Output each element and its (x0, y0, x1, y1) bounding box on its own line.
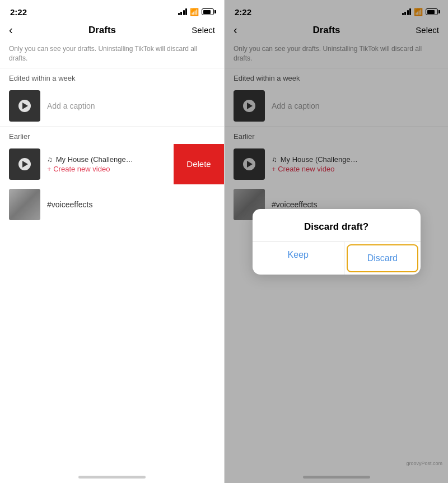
signal-icon-left (178, 8, 188, 15)
right-panel: 2:22 📶 ‹ Drafts Select Only you can see … (224, 0, 448, 483)
draft-item-1[interactable]: Add a caption (0, 86, 224, 126)
section-label-week-left: Edited within a week (0, 68, 224, 86)
draft-tag-left: #voiceeffects (47, 200, 215, 209)
draft-item-container-2: ♫ My House (Challenge Versi... + Create … (0, 144, 224, 184)
draft-thumbnail-3 (9, 189, 40, 220)
music-note-icon-left: ♫ (47, 155, 53, 164)
draft-item-container-3: #voiceeffects (0, 184, 224, 225)
draft-info-1: Add a caption (47, 101, 215, 110)
music-row-left: ♫ My House (Challenge Versi... (47, 155, 168, 164)
status-icons-left: 📶 (178, 8, 214, 16)
top-nav-left: ‹ Drafts Select (0, 21, 224, 41)
create-new-video-left[interactable]: + Create new video (47, 165, 168, 173)
left-panel: 2:22 📶 ‹ Drafts Select Only you can see … (0, 0, 224, 483)
home-indicator-left (78, 476, 146, 479)
discard-button[interactable]: Discard (347, 244, 418, 272)
section-label-earlier-left: Earlier (0, 127, 224, 144)
play-button-1 (18, 100, 31, 112)
discard-wrapper: Discard (344, 242, 421, 275)
discard-dialog: Discard draft? Keep Discard (253, 209, 421, 275)
dialog-buttons: Keep Discard (253, 242, 421, 275)
page-title-left: Drafts (88, 25, 116, 36)
status-time-left: 2:22 (10, 7, 27, 17)
keep-button[interactable]: Keep (253, 242, 345, 275)
dialog-overlay: Discard draft? Keep Discard (225, 0, 448, 483)
draft-thumbnail-1 (9, 90, 40, 122)
wifi-icon-left: 📶 (190, 8, 199, 16)
play-button-2 (18, 158, 31, 170)
draft-item-3[interactable]: #voiceeffects (0, 184, 224, 225)
delete-button-left[interactable]: Delete (174, 144, 224, 184)
draft-caption-1: Add a caption (47, 101, 215, 110)
info-text-left: Only you can see your drafts. Uninstalli… (0, 41, 224, 68)
draft-info-3: #voiceeffects (47, 200, 215, 209)
select-button-left[interactable]: Select (192, 25, 215, 35)
draft-info-2: ♫ My House (Challenge Versi... + Create … (47, 155, 168, 173)
draft-item-container-1: Add a caption (0, 86, 224, 126)
status-bar-left: 2:22 📶 (0, 0, 224, 21)
music-title-left: My House (Challenge Versi... (56, 155, 134, 164)
back-button-left[interactable]: ‹ (9, 24, 13, 36)
draft-thumbnail-2 (9, 148, 40, 180)
battery-icon-left (202, 8, 214, 15)
dialog-title: Discard draft? (253, 209, 421, 242)
